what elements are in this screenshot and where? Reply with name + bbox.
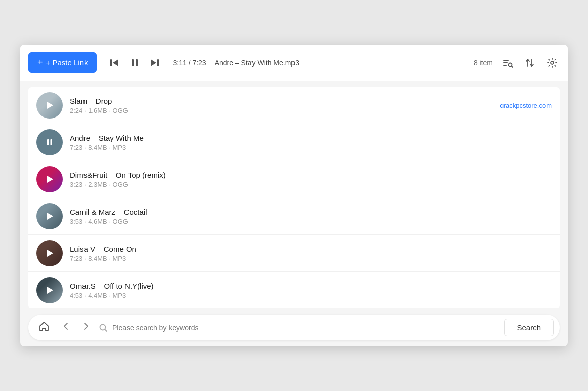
track-title: Camil & Marz – Coctail [70, 208, 552, 216]
paste-link-label: + Paste Link [46, 58, 88, 67]
track-meta: 3:53 · 4.6MB · OGG [70, 218, 552, 225]
sort-icon [524, 57, 535, 68]
search-input[interactable] [112, 324, 500, 332]
svg-point-21 [100, 324, 106, 330]
forward-icon [81, 321, 91, 331]
svg-rect-16 [51, 139, 53, 145]
svg-marker-17 [47, 176, 53, 183]
track-meta: 4:53 · 4.4MB · MP3 [70, 292, 552, 299]
album-art [36, 166, 63, 192]
track-meta: 7:23 · 8.4MB · MP3 [70, 255, 552, 262]
svg-marker-1 [113, 59, 118, 66]
svg-rect-2 [132, 59, 134, 66]
track-meta: 7:23 · 8.4MB · MP3 [70, 144, 552, 151]
track-title: Andre – Stay With Me [70, 134, 552, 142]
list-item[interactable]: Luisa V – Come On7:23 · 8.4MB · MP3 [28, 235, 560, 272]
album-art [36, 129, 63, 155]
forward-button[interactable] [78, 319, 94, 336]
album-art [36, 240, 63, 266]
play-overlay-icon [45, 174, 55, 184]
track-info: Dims&Fruit – On Top (remix)3:23 · 2.3MB … [70, 171, 552, 188]
track-info: Andre – Stay With Me7:23 · 8.4MB · MP3 [70, 134, 552, 151]
time-current: 3:11 [173, 59, 186, 67]
track-title: Luisa V – Come On [70, 245, 552, 253]
svg-rect-8 [503, 65, 507, 66]
settings-icon [547, 57, 558, 68]
pause-overlay-icon [45, 137, 55, 147]
now-playing-label: Andre – Stay With Me.mp3 [215, 59, 299, 67]
svg-marker-18 [47, 213, 53, 220]
list-item[interactable]: Dims&Fruit – On Top (remix)3:23 · 2.3MB … [28, 161, 560, 198]
svg-rect-0 [110, 59, 112, 66]
play-overlay-icon [45, 211, 55, 221]
home-icon [38, 321, 50, 332]
time-total: 7:23 [192, 59, 206, 67]
svg-marker-14 [47, 102, 53, 109]
svg-line-22 [105, 329, 107, 331]
track-info: Camil & Marz – Coctail3:53 · 4.6MB · OGG [70, 208, 552, 225]
prev-icon [109, 57, 120, 68]
list-item[interactable]: Camil & Marz – Coctail3:53 · 4.6MB · OGG [28, 198, 560, 235]
svg-rect-7 [503, 62, 508, 63]
album-art [36, 203, 63, 229]
track-meta: 2:24 · 1.6MB · OGG [70, 107, 493, 114]
svg-marker-19 [47, 250, 53, 257]
svg-marker-5 [151, 59, 156, 66]
play-overlay-icon [45, 285, 55, 295]
album-art [36, 277, 63, 303]
list-item[interactable]: Slam – Drop2:24 · 1.6MB · OGGcrackpcstor… [28, 87, 560, 124]
search-icon [98, 323, 108, 333]
prev-button[interactable] [107, 55, 122, 70]
list-search-icon [502, 57, 513, 68]
svg-line-10 [512, 66, 513, 67]
next-button[interactable] [147, 55, 162, 70]
track-info: Slam – Drop2:24 · 1.6MB · OGG [70, 97, 493, 114]
track-info: Luisa V – Come On7:23 · 8.4MB · MP3 [70, 245, 552, 262]
track-info: Omar.S – Off to N.Y(live)4:53 · 4.4MB · … [70, 282, 552, 299]
track-title: Dims&Fruit – On Top (remix) [70, 171, 552, 179]
search-bar: Search [28, 315, 560, 340]
search-button-label: Search [517, 323, 541, 332]
track-title: Slam – Drop [70, 97, 493, 105]
svg-rect-6 [503, 60, 509, 61]
svg-rect-3 [136, 59, 138, 66]
list-item[interactable]: Omar.S – Off to N.Y(live)4:53 · 4.4MB · … [28, 272, 560, 308]
svg-rect-4 [157, 59, 159, 66]
search-button[interactable]: Search [504, 319, 554, 336]
play-overlay-icon [45, 248, 55, 258]
svg-marker-20 [47, 287, 53, 294]
pause-button[interactable] [127, 55, 142, 70]
home-button[interactable] [34, 319, 54, 336]
settings-button[interactable] [544, 55, 560, 70]
list-search-button[interactable] [500, 55, 515, 70]
app-window: + + Paste Link [20, 45, 568, 346]
sort-button[interactable] [522, 55, 537, 70]
paste-link-button[interactable]: + + Paste Link [28, 52, 97, 73]
magnifier-icon [98, 323, 108, 333]
playlist: Slam – Drop2:24 · 1.6MB · OGGcrackpcstor… [28, 87, 560, 308]
list-item[interactable]: Andre – Stay With Me7:23 · 8.4MB · MP3 [28, 124, 560, 161]
back-icon [61, 321, 71, 331]
svg-point-13 [551, 61, 554, 64]
toolbar: + + Paste Link [20, 45, 568, 81]
time-display: 3:11 / 7:23 [173, 59, 206, 67]
track-title: Omar.S – Off to N.Y(live) [70, 282, 552, 290]
back-button[interactable] [58, 319, 74, 336]
track-meta: 3:23 · 2.3MB · OGG [70, 181, 552, 188]
toolbar-right: 8 item [474, 55, 560, 70]
plus-icon: + [37, 57, 43, 68]
item-count: 8 item [474, 59, 493, 67]
pause-icon [129, 57, 140, 68]
transport-controls [107, 55, 162, 70]
album-art [36, 92, 63, 119]
svg-rect-15 [47, 139, 49, 145]
track-source: crackpcstore.com [500, 102, 552, 109]
next-icon [149, 57, 160, 68]
play-overlay-icon [45, 100, 55, 110]
